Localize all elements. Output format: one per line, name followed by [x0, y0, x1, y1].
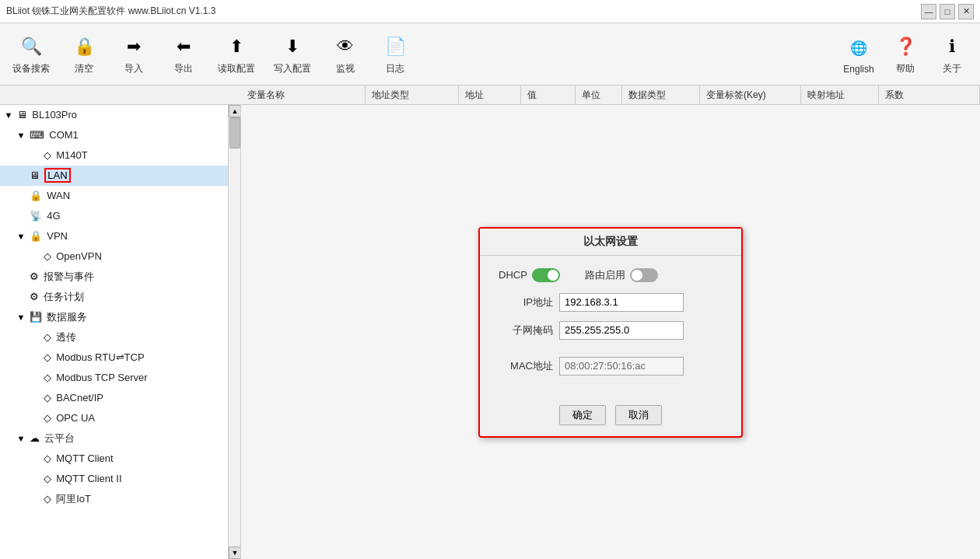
write-config-icon: ⬇	[278, 33, 306, 61]
alarm-icon: ⚙	[30, 269, 39, 285]
opcua-icon: ◇	[44, 411, 51, 426]
sidebar-item-label: 数据服务	[47, 311, 87, 323]
device-search-label: 设备搜索	[12, 62, 50, 75]
toolbar-export[interactable]: ⬅ 导出	[162, 30, 205, 79]
export-icon: ⬅	[170, 33, 198, 61]
export-label: 导出	[174, 62, 193, 75]
col-factor: 系数	[879, 86, 980, 104]
toolbar-read-config[interactable]: ⬆ 读取配置	[212, 30, 261, 79]
scroll-up-button[interactable]: ▲	[229, 105, 241, 117]
confirm-button[interactable]: 确定	[559, 405, 606, 425]
sidebar-item-task[interactable]: ⚙ 任务计划	[0, 287, 228, 307]
ali-iot-icon: ◇	[44, 491, 51, 507]
sidebar-item-vpn[interactable]: ▼ 🔒 VPN	[0, 226, 228, 246]
toolbar-write-config[interactable]: ⬇ 写入配置	[268, 30, 317, 79]
read-config-icon: ⬆	[222, 33, 250, 61]
ethernet-settings-dialog: 以太网设置 DHCP 路由启用	[478, 227, 743, 438]
modbus-rtu-icon: ◇	[44, 350, 51, 365]
sidebar-item-modbus-rtu-tcp[interactable]: ◇ Modbus RTU⇌TCP	[0, 348, 228, 368]
sidebar-item-wan[interactable]: 🔒 WAN	[0, 186, 228, 206]
help-icon: ❓	[891, 33, 919, 61]
sidebar: ▼ 🖥 BL103Pro ▼ ⌨ COM1 ◇ M140T 🖥 LAN 🔒 WA…	[0, 105, 241, 559]
title-bar: BLiiot 钡铢工业网关配置软件 www.BLiiot.cn V1.1.3 —…	[0, 0, 980, 23]
col-unit: 单位	[576, 86, 622, 104]
sidebar-item-m140t[interactable]: ◇ M140T	[0, 145, 228, 166]
router-label: 路由启用	[585, 268, 625, 282]
sidebar-item-openvpn[interactable]: ◇ OpenVPN	[0, 246, 228, 267]
sidebar-item-opc-ua[interactable]: ◇ OPC UA	[0, 408, 228, 428]
help-label: 帮助	[896, 62, 915, 75]
device-search-icon: 🔍	[17, 33, 45, 61]
sidebar-item-label: 4G	[47, 210, 60, 222]
sidebar-item-label: Modbus TCP Server	[56, 372, 147, 383]
sidebar-item-alarm[interactable]: ⚙ 报警与事件	[0, 267, 228, 287]
toolbar-device-search[interactable]: 🔍 设备搜索	[6, 30, 56, 79]
sidebar-item-4g[interactable]: 📡 4G	[0, 206, 228, 226]
col-var-name: 变量名称	[241, 86, 366, 104]
toolbar-import[interactable]: ➡ 导入	[112, 30, 156, 79]
dialog-footer: 确定 取消	[480, 397, 741, 436]
scroll-down-button[interactable]: ▼	[229, 547, 241, 559]
sidebar-item-bacnet-ip[interactable]: ◇ BACnet/IP	[0, 388, 228, 408]
sidebar-scrollbar[interactable]: ▲ ▼	[228, 105, 240, 559]
sidebar-item-label: MQTT Client	[56, 452, 113, 464]
com-icon: ⌨	[30, 128, 44, 143]
toolbar-english[interactable]: 🌐 English	[837, 31, 880, 78]
sidebar-item-cloud[interactable]: ▼ ☁ 云平台	[0, 428, 228, 449]
toggle-row: DHCP 路由启用	[499, 268, 723, 282]
sidebar-item-ali-iot[interactable]: ◇ 阿里IoT	[0, 489, 228, 509]
ip-input[interactable]	[559, 293, 684, 312]
log-icon: 📄	[381, 33, 409, 61]
trans-icon: ◇	[44, 330, 51, 345]
sidebar-item-label: MQTT Client II	[56, 473, 121, 484]
sidebar-item-mqtt-client-ii[interactable]: ◇ MQTT Client II	[0, 469, 228, 489]
expand-icon: ▼	[3, 107, 14, 123]
sidebar-item-label: BL103Pro	[32, 109, 77, 121]
toolbar-help[interactable]: ❓ 帮助	[884, 30, 927, 79]
sidebar-item-data-service[interactable]: ▼ 💾 数据服务	[0, 307, 228, 327]
toolbar-about[interactable]: ℹ 关于	[930, 30, 974, 79]
scroll-thumb[interactable]	[229, 117, 240, 148]
content-area: 以太网设置 DHCP 路由启用	[241, 105, 980, 559]
expand-icon: ▼	[16, 128, 26, 143]
sidebar-item-label: WAN	[47, 190, 70, 201]
col-value: 值	[521, 86, 576, 104]
sidebar-item-modbus-tcp-server[interactable]: ◇ Modbus TCP Server	[0, 368, 228, 388]
log-label: 日志	[386, 62, 404, 75]
dhcp-toggle[interactable]	[532, 268, 560, 282]
close-button[interactable]: ✕	[958, 4, 974, 19]
clear-icon: 🔒	[70, 33, 98, 61]
sidebar-item-lan[interactable]: 🖥 LAN	[0, 166, 228, 186]
about-label: 关于	[943, 62, 961, 75]
clear-label: 清空	[75, 62, 93, 75]
import-label: 导入	[124, 62, 143, 75]
cancel-button[interactable]: 取消	[615, 405, 662, 425]
minimize-button[interactable]: —	[921, 4, 936, 19]
maximize-button[interactable]: □	[940, 4, 955, 19]
mqtt-icon: ◇	[44, 451, 51, 466]
sidebar-item-bl103pro[interactable]: ▼ 🖥 BL103Pro	[0, 105, 228, 125]
sidebar-item-mqtt-client[interactable]: ◇ MQTT Client	[0, 449, 228, 469]
toolbar-log[interactable]: 📄 日志	[373, 30, 417, 79]
expand-icon: ▼	[16, 229, 26, 244]
router-toggle[interactable]	[630, 268, 658, 282]
router-toggle-group: 路由启用	[585, 268, 658, 282]
sidebar-item-com1[interactable]: ▼ ⌨ COM1	[0, 125, 228, 145]
sidebar-item-label: 任务计划	[44, 291, 84, 302]
sidebar-item-label: M140T	[56, 149, 87, 161]
write-config-label: 写入配置	[274, 62, 311, 75]
expand-icon: ▼	[16, 309, 26, 325]
sidebar-item-trans[interactable]: ◇ 透传	[0, 327, 228, 348]
toolbar-monitor[interactable]: 👁 监视	[324, 30, 367, 79]
subnet-input[interactable]	[559, 321, 684, 340]
vpn-icon: 🔒	[30, 229, 42, 244]
toolbar-clear[interactable]: 🔒 清空	[62, 30, 106, 79]
task-icon: ⚙	[30, 289, 39, 305]
module-icon: ◇	[44, 148, 51, 163]
sidebar-item-label: Modbus RTU⇌TCP	[56, 351, 144, 363]
window-controls: — □ ✕	[921, 4, 974, 19]
monitor-label: 监视	[336, 62, 355, 75]
sidebar-item-label: VPN	[47, 230, 68, 242]
sidebar-item-label: 报警与事件	[44, 271, 94, 282]
col-map-addr: 映射地址	[801, 86, 879, 104]
